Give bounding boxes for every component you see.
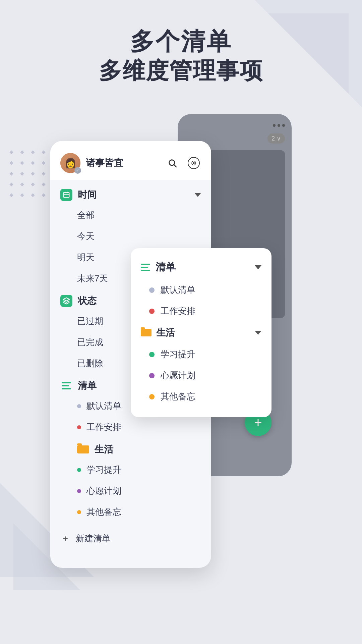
svg-point-3	[192, 161, 196, 165]
add-list-label: 新建清单	[76, 533, 111, 544]
menu-item-label: 已过期	[77, 315, 103, 327]
dropdown-dot-notes	[149, 394, 155, 399]
dropdown-item-label: 心愿计划	[161, 370, 195, 381]
profile-name: 诸事皆宜	[86, 157, 123, 169]
title-line1: 多个清单	[27, 27, 335, 56]
list-icon	[60, 380, 72, 392]
dropdown-list-icon	[141, 264, 150, 271]
dropdown-folder-left: 生活	[141, 326, 175, 339]
menu-item-notes[interactable]: 其他备忘	[50, 501, 211, 523]
time-chevron-icon	[194, 193, 201, 197]
menu-item-work[interactable]: 工作安排	[50, 417, 211, 438]
dropdown-folder-life[interactable]: 生活	[131, 322, 272, 344]
svg-rect-4	[64, 193, 69, 198]
menu-item-label: 学习提升	[86, 464, 121, 476]
menu-item-study[interactable]: 学习提升	[50, 459, 211, 480]
avatar-wrap[interactable]: 👩 ✓	[60, 153, 80, 173]
phone-bg-menu	[273, 124, 285, 127]
dropdown-folder-label: 生活	[156, 326, 175, 339]
svg-line-1	[174, 165, 176, 167]
profile-icons	[165, 156, 201, 170]
dropdown-item-default[interactable]: 默认清单	[131, 279, 272, 301]
dropdown-label: 清单	[156, 260, 176, 274]
dropdown-folder-icon	[141, 329, 152, 336]
menu-item-label: 未来7天	[77, 273, 108, 284]
plus-icon: +	[60, 534, 70, 544]
svg-point-2	[193, 162, 194, 164]
menu-item-label: 其他备忘	[86, 506, 121, 518]
profile-header: 👩 ✓ 诸事皆宜	[50, 141, 211, 180]
status-section-header-left: 状态	[60, 294, 97, 307]
dropdown-header-left: 清单	[141, 260, 176, 274]
menu-item-all[interactable]: 全部	[50, 205, 211, 226]
time-section-header-left: 时间	[60, 189, 97, 201]
dropdown-dot-wish	[149, 373, 155, 378]
dropdown-item-label: 其他备忘	[161, 391, 195, 402]
menu-item-label: 全部	[77, 209, 95, 221]
menu-item-wish[interactable]: 心愿计划	[50, 480, 211, 501]
dropdown-dot-study	[149, 352, 155, 357]
list-section-label: 清单	[78, 379, 97, 392]
folder-icon	[77, 445, 89, 453]
title-line2: 多维度管理事项	[27, 56, 335, 85]
menu-item-label: 默认清单	[86, 400, 121, 412]
add-list-button[interactable]: + 新建清单	[50, 526, 211, 551]
dropdown-panel: 清单 默认清单 工作安排 生活 学习提升 心愿计划	[131, 248, 272, 417]
menu-item-label: 今天	[77, 230, 95, 242]
life-folder-header[interactable]: 生活	[50, 438, 211, 459]
dropdown-item-notes[interactable]: 其他备忘	[131, 386, 272, 407]
dropdown-item-work[interactable]: 工作安排	[131, 301, 272, 322]
list-section-header-left: 清单	[60, 379, 97, 392]
dropdown-folder-chevron	[255, 331, 261, 335]
list-dot-work	[77, 425, 81, 429]
search-button[interactable]	[165, 156, 180, 170]
list-dot-study	[77, 468, 81, 472]
phone-bg-badge: 2 ∨	[267, 133, 285, 144]
dropdown-item-label: 默认清单	[161, 284, 195, 296]
time-section-header[interactable]: 时间	[50, 183, 211, 205]
menu-item-label: 明天	[77, 252, 95, 263]
menu-item-label: 工作安排	[86, 421, 121, 433]
dropdown-chevron-icon	[255, 265, 261, 269]
profile-left: 👩 ✓ 诸事皆宜	[60, 153, 123, 173]
dropdown-item-study[interactable]: 学习提升	[131, 344, 272, 365]
menu-item-label: 已删除	[77, 358, 103, 369]
list-dot-default	[77, 404, 81, 408]
menu-item-today[interactable]: 今天	[50, 226, 211, 247]
time-section-label: 时间	[78, 189, 97, 201]
status-icon	[60, 295, 72, 307]
status-section-label: 状态	[78, 294, 97, 307]
menu-item-label: 心愿计划	[86, 485, 121, 497]
list-dot-notes	[77, 510, 81, 514]
settings-icon	[188, 157, 200, 169]
menu-item-label: 已完成	[77, 336, 103, 348]
verified-badge: ✓	[74, 167, 81, 174]
dropdown-dot-default	[149, 287, 155, 293]
dropdown-header[interactable]: 清单	[131, 255, 272, 279]
title-section: 多个清单 多维度管理事项	[0, 27, 362, 86]
folder-label: 生活	[95, 443, 113, 456]
dropdown-item-label: 工作安排	[161, 305, 195, 317]
settings-button[interactable]	[186, 156, 201, 170]
dropdown-dot-work	[149, 309, 155, 314]
list-dot-wish	[77, 489, 81, 493]
dropdown-item-label: 学习提升	[161, 348, 195, 360]
dropdown-item-wish[interactable]: 心愿计划	[131, 365, 272, 386]
time-icon	[60, 189, 72, 201]
